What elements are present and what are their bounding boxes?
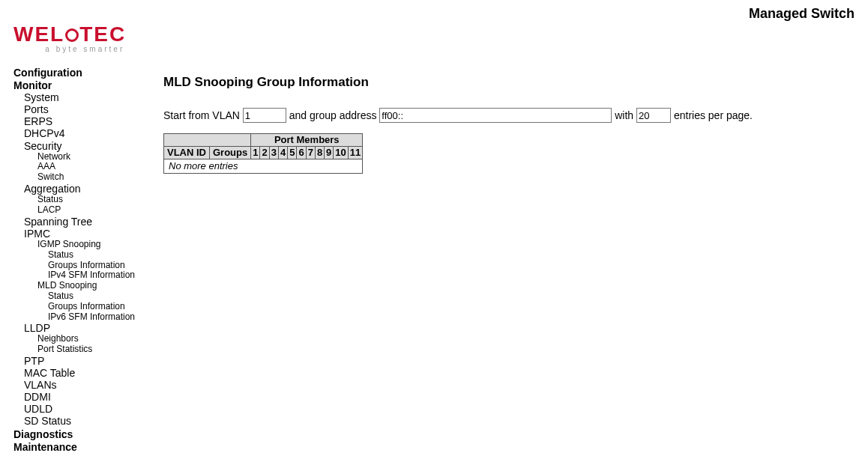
col-port-2: 2 <box>260 147 269 159</box>
nav-security-network[interactable]: Network <box>37 152 156 162</box>
nav-sd-status[interactable]: SD Status <box>24 415 156 427</box>
nav-udld[interactable]: UDLD <box>24 403 156 415</box>
col-port-3: 3 <box>269 147 278 159</box>
nav-erps[interactable]: ERPS <box>24 115 156 127</box>
table-head-port-members: Port Members <box>251 134 363 147</box>
nav-system[interactable]: System <box>24 91 156 103</box>
nav-ports[interactable]: Ports <box>24 103 156 115</box>
nav-security-aaa[interactable]: AAA <box>37 162 156 172</box>
nav-lldp-portstats[interactable]: Port Statistics <box>37 344 156 355</box>
nav-mac-table[interactable]: MAC Table <box>24 367 156 379</box>
col-port-4: 4 <box>278 147 287 159</box>
logo-ring-icon <box>65 28 79 42</box>
group-address-input[interactable] <box>379 108 612 123</box>
nav-mld-status[interactable]: Status <box>48 291 156 302</box>
page-title: MLD Snooping Group Information <box>163 75 861 90</box>
nav-aggregation[interactable]: Aggregation <box>24 183 156 195</box>
nav-ptp[interactable]: PTP <box>24 355 156 367</box>
nav-diagnostics[interactable]: Diagnostics <box>13 428 156 440</box>
nav-maintenance[interactable]: Maintenance <box>13 441 156 453</box>
nav-ipmc[interactable]: IPMC <box>24 228 156 240</box>
nav-aggregation-status[interactable]: Status <box>37 195 156 205</box>
header-title: Managed Switch <box>749 6 855 22</box>
nav-igmp-status[interactable]: Status <box>48 250 156 261</box>
nav-lldp-neighbors[interactable]: Neighbors <box>37 334 156 344</box>
col-groups: Groups <box>210 147 251 159</box>
nav-igmp-snooping[interactable]: IGMP Snooping <box>37 240 156 250</box>
nav-security[interactable]: Security <box>24 140 156 152</box>
label-entries-per-page: entries per page. <box>674 109 753 121</box>
nav-lldp[interactable]: LLDP <box>24 322 156 334</box>
nav-mld-sfm[interactable]: IPv6 SFM Information <box>48 312 156 323</box>
table-head-spacer <box>164 134 251 147</box>
vlan-input[interactable] <box>243 108 286 123</box>
nav-spanning-tree[interactable]: Spanning Tree <box>24 216 156 228</box>
nav-dhcpv4[interactable]: DHCPv4 <box>24 127 156 139</box>
nav-configuration[interactable]: Configuration <box>13 67 156 79</box>
nav-aggregation-lacp[interactable]: LACP <box>37 205 156 216</box>
col-port-1: 1 <box>251 147 260 159</box>
sidebar-nav: Configuration Monitor System Ports ERPS … <box>13 66 156 453</box>
nav-igmp-sfm[interactable]: IPv4 SFM Information <box>48 270 156 281</box>
col-port-7: 7 <box>306 147 315 159</box>
nav-security-switch[interactable]: Switch <box>37 172 156 183</box>
table-row-empty: No more entries <box>164 159 363 174</box>
nav-mld-groups[interactable]: Groups Information <box>48 302 156 312</box>
label-start-vlan: Start from VLAN <box>163 109 243 121</box>
nav-monitor[interactable]: Monitor <box>13 79 156 91</box>
col-port-6: 6 <box>297 147 306 159</box>
nav-igmp-groups[interactable]: Groups Information <box>48 261 156 271</box>
nav-vlans[interactable]: VLANs <box>24 379 156 391</box>
no-more-entries: No more entries <box>164 159 363 174</box>
col-port-11: 11 <box>348 147 362 159</box>
logo: WELTEC a byte smarter <box>13 22 126 53</box>
logo-wordmark: WELTEC <box>13 22 126 46</box>
groups-table: Port Members VLAN ID Groups 1 2 3 4 5 6 … <box>163 133 363 174</box>
main-content: MLD Snooping Group Information Start fro… <box>163 75 861 174</box>
nav-ddmi[interactable]: DDMI <box>24 391 156 403</box>
label-with: with <box>615 109 636 121</box>
entries-input[interactable] <box>636 108 671 123</box>
label-group-address: and group address <box>289 109 380 121</box>
col-port-8: 8 <box>315 147 324 159</box>
filter-row: Start from VLAN and group address with e… <box>163 108 861 123</box>
col-port-5: 5 <box>288 147 297 159</box>
col-port-9: 9 <box>325 147 334 159</box>
col-vlan-id: VLAN ID <box>164 147 210 159</box>
nav-mld-snooping[interactable]: MLD Snooping <box>37 281 156 291</box>
col-port-10: 10 <box>334 147 348 159</box>
